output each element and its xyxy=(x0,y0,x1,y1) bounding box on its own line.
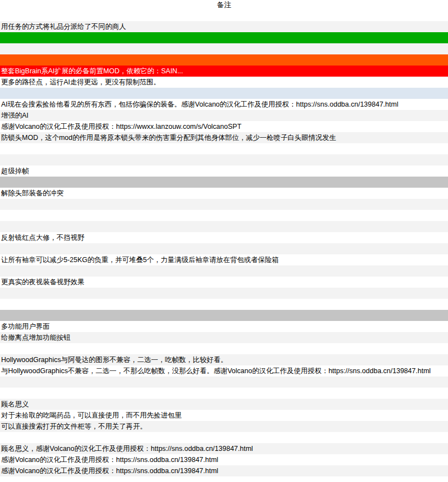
cell-text: 感谢Volcano的汉化工作及使用授权：https://wwxx.lanzouw… xyxy=(1,121,241,132)
table-row[interactable] xyxy=(0,343,448,354)
table-row[interactable] xyxy=(0,388,448,399)
cell-text: 增强的AI xyxy=(1,110,28,121)
table-row[interactable] xyxy=(0,54,448,66)
table-row[interactable]: 解除头部装备的冲突 xyxy=(0,188,448,199)
table-row[interactable]: HollywoodGraphics与阿曼达的图形不兼容，二选一，吃帧数，比较好看… xyxy=(0,354,448,365)
table-row[interactable] xyxy=(0,88,448,99)
table-row[interactable]: 用任务的方式将礼品分派给了不同的商人 xyxy=(0,21,448,32)
table-row[interactable]: 可以直接搜索打开的文件柜等，不用关了再开。 xyxy=(0,421,448,432)
rows-container: 用任务的方式将礼品分派给了不同的商人 整套BigBrain系AI扩展的必备前置M… xyxy=(0,10,448,482)
cell-text: 给撤离点增加功能按钮 xyxy=(1,332,71,343)
cell-text: 反射镜红点大修，不挡视野 xyxy=(1,232,84,243)
table-row[interactable]: 更真实的夜视装备视野效果 xyxy=(0,277,448,288)
cell-text: 用任务的方式将礼品分派给了不同的商人 xyxy=(1,21,126,32)
cell-text: 可以直接搜索打开的文件柜等，不用关了再开。 xyxy=(1,421,147,432)
cell-text: 对于未拾取的吃喝药品，可以直接使用，而不用先捡进包里 xyxy=(1,410,182,421)
table-row[interactable]: 防锁头MOD，这个mod的作用是将原本锁头带来的伤害重分配到其他身体部位，减少一… xyxy=(0,132,448,143)
table-row[interactable]: 感谢Volcano的汉化工作及使用授权：https://wwxx.lanzouw… xyxy=(0,121,448,132)
table-row[interactable]: 整套BigBrain系AI扩展的必备前置MOD，依赖它的：SAIN... xyxy=(0,66,448,77)
table-row[interactable]: 超级掉帧 xyxy=(0,165,448,177)
cell-text: 与HollywoodGraphics不兼容，二选一，不那么吃帧数，没那么好看。感… xyxy=(1,365,431,376)
table-row[interactable] xyxy=(0,177,448,188)
table-row[interactable]: 增强的AI xyxy=(0,110,448,121)
cell-text: 感谢Volcano的汉化工作及使用授权：https://sns.oddba.cn… xyxy=(1,465,218,476)
cell-text: 感谢Volcano的汉化工作及使用授权：https://sns.oddba.cn… xyxy=(1,454,218,465)
table-row[interactable] xyxy=(0,154,448,165)
table-row[interactable] xyxy=(0,43,448,54)
table-row[interactable]: AI现在会搜索捡拾他看见的所有东西，包括你骗保的装备。感谢Volcano的汉化工… xyxy=(0,99,448,110)
cell-text: 顾名思义 xyxy=(1,399,29,410)
cell-text: 整套BigBrain系AI扩展的必备前置MOD，依赖它的：SAIN... xyxy=(1,66,183,77)
table-row[interactable] xyxy=(0,265,448,277)
cell-text: 超级掉帧 xyxy=(1,165,29,177)
column-header-label: 备注 xyxy=(217,0,231,10)
table-row[interactable] xyxy=(0,210,448,221)
cell-text: 更真实的夜视装备视野效果 xyxy=(1,277,84,288)
table-row[interactable] xyxy=(0,221,448,232)
table-row[interactable]: 让所有袖章可以减少5-25KG的负重，并可堆叠5个，力量满级后袖章请放在背包或者… xyxy=(0,254,448,265)
cell-text: 让所有袖章可以减少5-25KG的负重，并可堆叠5个，力量满级后袖章请放在背包或者… xyxy=(1,254,279,265)
table-row[interactable] xyxy=(0,243,448,254)
table-row[interactable]: 顾名思义，感谢Volcano的汉化工作及使用授权：https://sns.odd… xyxy=(0,443,448,454)
cell-text: 顾名思义，感谢Volcano的汉化工作及使用授权：https://sns.odd… xyxy=(1,443,253,454)
table-row[interactable] xyxy=(0,288,448,299)
cell-text: AI现在会搜索捡拾他看见的所有东西，包括你骗保的装备。感谢Volcano的汉化工… xyxy=(1,99,398,110)
table-row[interactable] xyxy=(0,299,448,310)
table-row[interactable]: 顾名思义 xyxy=(0,399,448,410)
table-row[interactable] xyxy=(0,199,448,210)
table-row[interactable]: 对于未拾取的吃喝药品，可以直接使用，而不用先捡进包里 xyxy=(0,410,448,421)
cell-text: 防锁头MOD，这个mod的作用是将原本锁头带来的伤害重分配到其他身体部位，减少一… xyxy=(1,132,336,143)
table-row[interactable]: 感谢Volcano的汉化工作及使用授权：https://sns.oddba.cn… xyxy=(0,454,448,465)
cell-text: 解除头部装备的冲突 xyxy=(1,188,64,199)
cell-text: 多功能用户界面 xyxy=(1,321,50,332)
table-row[interactable] xyxy=(0,310,448,321)
cell-text: 更多的路径点，运行AI走得更远，更没有限制范围。 xyxy=(1,77,160,88)
column-header[interactable]: 备注 xyxy=(0,0,448,10)
table-row[interactable] xyxy=(0,32,448,43)
table-row[interactable] xyxy=(0,432,448,443)
table-row[interactable]: 给撤离点增加功能按钮 xyxy=(0,332,448,343)
table-row[interactable]: 反射镜红点大修，不挡视野 xyxy=(0,232,448,243)
notes-column-sheet: 备注 用任务的方式将礼品分派给了不同的商人 整套BigBrain系AI扩展的必备… xyxy=(0,0,448,482)
table-row[interactable]: 与HollywoodGraphics不兼容，二选一，不那么吃帧数，没那么好看。感… xyxy=(0,365,448,376)
table-row[interactable]: 多功能用户界面 xyxy=(0,321,448,332)
table-row[interactable]: 感谢Volcano的汉化工作及使用授权：https://sns.oddba.cn… xyxy=(0,465,448,476)
table-row[interactable] xyxy=(0,476,448,482)
cell-text: HollywoodGraphics与阿曼达的图形不兼容，二选一，吃帧数，比较好看… xyxy=(1,354,228,365)
table-row[interactable] xyxy=(0,143,448,154)
table-row[interactable] xyxy=(0,376,448,388)
table-row[interactable]: 更多的路径点，运行AI走得更远，更没有限制范围。 xyxy=(0,77,448,88)
table-row[interactable] xyxy=(0,10,448,21)
